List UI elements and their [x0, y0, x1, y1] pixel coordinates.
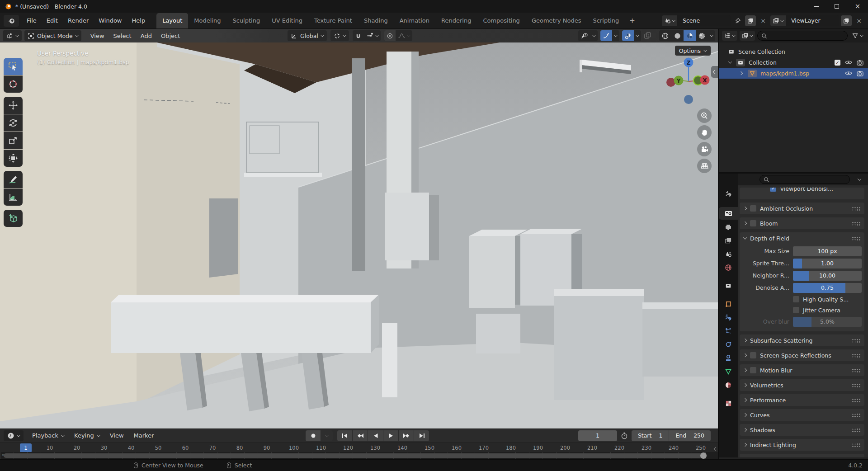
outliner-row-maps-kpdm1[interactable]: maps/kpdm1.bsp — [719, 68, 868, 79]
pivot-dropdown[interactable] — [330, 30, 349, 41]
camera-view-icon[interactable] — [697, 142, 712, 156]
keying-set-dropdown[interactable] — [321, 430, 333, 441]
xray-toggle-icon[interactable] — [644, 32, 656, 39]
tab-animation[interactable]: Animation — [394, 13, 435, 28]
pan-hand-icon[interactable] — [697, 125, 712, 140]
expand-icon[interactable] — [743, 368, 747, 372]
tab-object-data[interactable] — [719, 365, 738, 378]
drag-grip-icon[interactable] — [852, 339, 860, 343]
tool-transform[interactable] — [4, 150, 23, 167]
denoise-amount-slider[interactable]: 0.75 — [793, 283, 862, 293]
jitter-camera-checkbox[interactable] — [793, 307, 799, 313]
panel-curves[interactable]: Curves — [740, 409, 864, 421]
outliner-row-scene-collection[interactable]: Scene Collection — [719, 46, 868, 57]
3d-viewport[interactable]: User Perspective (1) Collection | maps/k… — [0, 42, 718, 429]
expand-icon[interactable] — [743, 339, 747, 342]
ambient-occlusion-checkbox[interactable] — [750, 205, 756, 212]
timeline-marker-menu[interactable]: Marker — [129, 432, 159, 439]
eye-icon[interactable] — [845, 71, 852, 76]
high-quality-slight-defocus-checkbox[interactable] — [793, 296, 799, 302]
tab-modeling[interactable]: Modeling — [188, 13, 226, 28]
proportional-falloff-dropdown[interactable] — [396, 30, 412, 41]
menu-object[interactable]: Object — [156, 33, 184, 39]
properties-options-dropdown[interactable] — [858, 177, 861, 180]
panel-ambient-occlusion[interactable]: Ambient Occlusion — [740, 203, 864, 214]
tab-material[interactable] — [719, 379, 738, 391]
motion-blur-checkbox[interactable] — [750, 367, 756, 373]
eye-icon[interactable] — [845, 60, 852, 65]
tool-annotate[interactable] — [4, 171, 23, 188]
mode-dropdown[interactable]: Object Mode — [24, 30, 81, 41]
menu-render[interactable]: Render — [63, 13, 94, 28]
tab-world[interactable] — [719, 261, 738, 274]
max-size-field[interactable]: 100 px — [793, 246, 862, 256]
snap-target-dropdown[interactable] — [364, 30, 381, 41]
tool-select-box[interactable] — [4, 58, 23, 75]
ssr-checkbox[interactable] — [750, 352, 756, 358]
viewlayer-name[interactable]: ViewLayer — [786, 15, 839, 26]
orientation-dropdown[interactable]: Global — [288, 30, 327, 41]
tab-scripting[interactable]: Scripting — [587, 13, 625, 28]
drag-grip-icon[interactable] — [852, 383, 860, 387]
tab-collection[interactable] — [719, 279, 738, 292]
tab-layout[interactable]: Layout — [156, 13, 188, 28]
jump-to-end-icon[interactable] — [414, 430, 429, 441]
tab-modifiers[interactable] — [719, 311, 738, 324]
tab-texture-paint[interactable]: Texture Paint — [308, 13, 358, 28]
tab-output[interactable] — [719, 221, 738, 233]
gizmo-axis-neg-z[interactable] — [684, 95, 693, 104]
sprite-threshold-slider[interactable]: 1.00 — [793, 259, 862, 268]
panel-shadows[interactable]: Shadows — [740, 424, 864, 436]
auto-keying-record-icon[interactable] — [306, 430, 321, 441]
tool-move[interactable] — [4, 97, 23, 114]
panel-film[interactable]: Film — [740, 454, 864, 457]
prev-keyframe-icon[interactable] — [353, 430, 368, 441]
tool-cursor[interactable] — [4, 75, 23, 93]
timeline-view-menu[interactable]: View — [105, 432, 129, 439]
timeline-editor-type-button[interactable] — [4, 430, 24, 441]
viewlayer-selector[interactable]: ViewLayer — [770, 15, 839, 26]
remove-viewlayer-icon[interactable]: × — [854, 15, 864, 26]
end-frame-field[interactable]: End 250 — [669, 430, 711, 441]
expand-icon[interactable] — [743, 383, 747, 387]
start-frame-field[interactable]: Start 1 — [632, 430, 669, 441]
tab-particles[interactable] — [719, 325, 738, 337]
outliner-row-collection[interactable]: Collection ✓ — [719, 57, 868, 68]
proportional-editing-icon[interactable] — [384, 30, 396, 41]
expand-icon[interactable] — [743, 443, 747, 447]
unlink-scene-icon[interactable]: × — [758, 15, 769, 26]
camera-restrict-icon[interactable] — [857, 60, 863, 66]
outliner-search-input[interactable] — [757, 31, 848, 41]
blender-menu-button[interactable] — [4, 15, 19, 27]
scene-browse-button[interactable] — [662, 15, 677, 26]
new-viewlayer-copy-icon[interactable] — [841, 15, 852, 26]
pin-icon[interactable] — [732, 15, 743, 26]
panel-subsurface-scattering[interactable]: Subsurface Scattering — [740, 334, 864, 346]
drag-grip-icon[interactable] — [852, 207, 860, 211]
tab-object[interactable] — [719, 297, 738, 310]
jump-to-start-icon[interactable] — [337, 430, 352, 441]
expand-icon[interactable] — [743, 398, 747, 402]
panel-indirect-lighting[interactable]: Indirect Lighting — [740, 439, 864, 451]
panel-screen-space-reflections[interactable]: Screen Space Reflections — [740, 349, 864, 361]
tab-physics[interactable] — [719, 338, 738, 351]
timeline-scroll-area[interactable]: » — [0, 452, 718, 459]
expand-icon[interactable] — [743, 207, 747, 210]
tab-compositing[interactable]: Compositing — [477, 13, 526, 28]
scene-selector[interactable]: Scene — [662, 15, 731, 26]
material-preview-shading-icon[interactable] — [684, 30, 696, 41]
scrollbar-knob[interactable] — [700, 452, 707, 459]
show-gizmo-icon[interactable] — [600, 30, 612, 41]
tool-rotate[interactable] — [4, 114, 23, 132]
camera-restrict-icon[interactable] — [857, 71, 863, 76]
panel-bloom[interactable]: Bloom — [740, 217, 864, 229]
expand-icon[interactable] — [743, 353, 747, 357]
drag-grip-icon[interactable] — [852, 236, 860, 240]
expand-icon[interactable] — [743, 413, 747, 417]
overlays-dropdown[interactable] — [634, 30, 641, 41]
drag-grip-icon[interactable] — [852, 443, 860, 447]
panel-motion-blur[interactable]: Motion Blur — [740, 364, 864, 376]
drag-grip-icon[interactable] — [852, 368, 860, 372]
tab-rendering[interactable]: Rendering — [435, 13, 477, 28]
keying-menu[interactable]: Keying — [69, 432, 105, 439]
